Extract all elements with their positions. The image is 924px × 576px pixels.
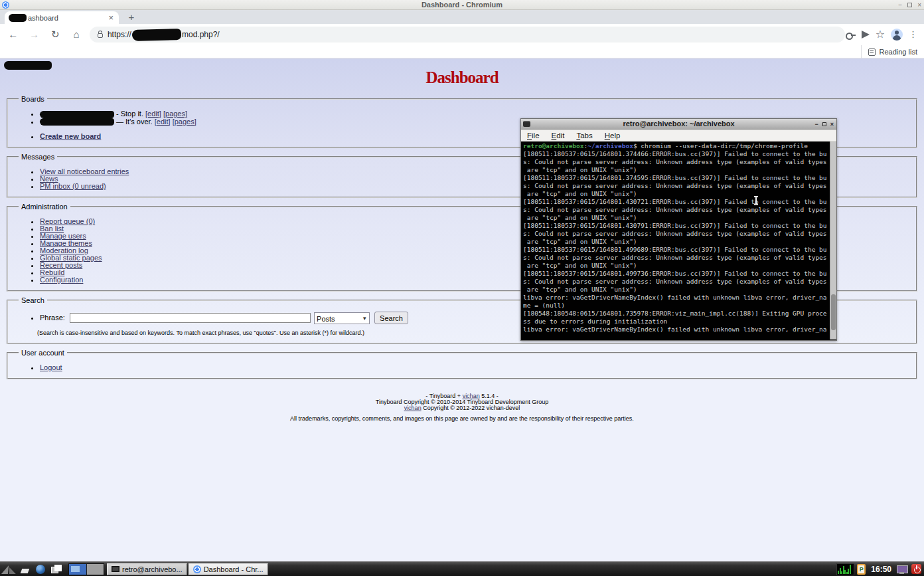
back-icon[interactable]: ← (5, 27, 21, 43)
web-browser-launcher-icon[interactable] (36, 565, 45, 574)
terminal-output-line: are "tcp" and on UNIX "unix") (523, 286, 828, 294)
profile-avatar-icon[interactable] (891, 29, 903, 41)
terminal-output-line: libva error: vaGetDriverNameByIndex() fa… (523, 294, 828, 302)
windows-icon[interactable] (51, 565, 62, 573)
terminal-output-line: s: Could not parse server address: Unkno… (523, 254, 828, 262)
board-edit-link[interactable]: [edit] (145, 110, 161, 118)
board-edit-link[interactable]: [edit] (155, 118, 171, 126)
forward-icon[interactable]: → (27, 27, 42, 43)
taskbar-clock: 16:50 (871, 565, 891, 574)
terminal-output-line: are "tcp" and on UNIX "unix") (523, 166, 828, 174)
window-titlebar: Dashboard - Chromium − × (0, 0, 924, 10)
redacted-site-name (4, 61, 52, 70)
terminal-app-icon (523, 121, 530, 127)
browser-toolbar: ← → ↻ ⌂ https:// mod.php?/ ☆ ⋮ (0, 24, 924, 45)
chromium-window-icon (2, 1, 9, 9)
redacted-board-name (40, 118, 114, 126)
terminal-output-line: libva error: vaGetDriverNameByIndex() fa… (523, 326, 828, 334)
terminal-window[interactable]: retro@archivebox: ~/archivebox − × FileE… (520, 118, 837, 341)
window-close-button[interactable]: × (917, 2, 921, 9)
terminal-output-line: are "tcp" and on UNIX "unix") (523, 214, 828, 222)
window-title: Dashboard - Chromium (0, 0, 924, 10)
redacted-board-name (40, 111, 114, 118)
terminal-output-line: s: Could not parse server address: Unkno… (523, 158, 828, 166)
taskbar: retro@archivebo... Dashboard - Chr... P … (0, 561, 924, 576)
board-pages-link[interactable]: [pages] (163, 110, 187, 118)
terminal-output-line: s: Could not parse server address: Unkno… (523, 278, 828, 286)
redacted-url-host (132, 29, 181, 41)
url-scheme: https:// (108, 30, 131, 39)
search-scope-value: Posts (317, 315, 335, 323)
terminal-close-button[interactable]: × (830, 122, 834, 128)
browser-tab-dashboard[interactable]: ashboard × (5, 11, 119, 24)
terminal-titlebar[interactable]: retro@archivebox: ~/archivebox − × (521, 119, 836, 130)
terminal-output-line: are "tcp" and on UNIX "unix") (523, 238, 828, 246)
terminal-output-line: [180511:180537:0615/164801.499736:ERROR:… (523, 270, 828, 278)
admin-link[interactable]: Configuration (40, 276, 83, 284)
chevron-down-icon: ▼ (362, 314, 367, 324)
workspace-2[interactable] (86, 564, 104, 575)
terminal-content[interactable]: retro@archivebox:~/archivebox$ chromium … (521, 142, 836, 339)
search-button[interactable]: Search (374, 312, 408, 324)
terminal-output-line: ss due to errors during initialization (523, 318, 828, 326)
user-account-section: User account Logout (7, 349, 917, 379)
window-minimize-button[interactable]: − (898, 2, 902, 9)
reading-list-button[interactable]: Reading list (861, 45, 917, 58)
terminal-output-line: [180511:180537:0615/164801.430791:ERROR:… (523, 222, 828, 230)
messages-legend: Messages (19, 153, 57, 161)
reload-icon[interactable]: ↻ (47, 27, 63, 43)
power-button-icon[interactable] (911, 564, 921, 574)
address-bar[interactable]: https:// mod.php?/ (90, 27, 845, 43)
search-scope-select[interactable]: Posts ▼ (314, 312, 370, 324)
terminal-menu-item[interactable]: Edit (546, 132, 571, 140)
show-desktop-icon[interactable] (21, 569, 30, 573)
terminal-menu-item[interactable]: Tabs (570, 132, 598, 140)
reading-list-label: Reading list (880, 48, 917, 56)
terminal-output-line: s: Could not parse server address: Unkno… (523, 182, 828, 190)
new-tab-button[interactable]: + (123, 11, 139, 24)
terminal-menu-item[interactable]: File (521, 132, 546, 140)
bookmark-star-icon[interactable]: ☆ (876, 29, 885, 40)
vichan-link[interactable]: vichan (404, 405, 422, 411)
terminal-prompt-line: retro@archivebox:~/archivebox$ chromium … (523, 142, 828, 150)
logout-link[interactable]: Logout (40, 363, 62, 371)
message-link[interactable]: PM inbox (0 unread) (40, 182, 106, 190)
phrase-label: Phrase: (40, 314, 65, 322)
terminal-scrollbar[interactable] (830, 142, 836, 339)
page-title: Dashboard (0, 68, 924, 87)
window-maximize-button[interactable] (907, 3, 912, 7)
clipboard-manager-icon[interactable]: P (857, 564, 866, 575)
terminal-task-icon (112, 566, 119, 572)
terminal-scrollbar-thumb[interactable] (831, 294, 836, 330)
menu-kebab-icon[interactable]: ⋮ (909, 29, 917, 40)
boards-legend: Boards (19, 95, 47, 103)
search-phrase-input[interactable] (70, 313, 311, 323)
workspace-pager[interactable] (68, 563, 104, 575)
cpu-monitor-graph[interactable] (836, 563, 854, 575)
footer-disclaimer: All trademarks, copyrights, comments, an… (0, 416, 924, 422)
tab-close-icon[interactable]: × (107, 13, 115, 22)
terminal-output-line: [180511:180537:0615/164801.430721:ERROR:… (523, 198, 828, 206)
reading-list-icon (868, 48, 876, 56)
chromium-task-icon (193, 565, 201, 573)
password-key-icon[interactable] (845, 29, 856, 40)
administration-legend: Administration (19, 203, 70, 211)
terminal-menu-item[interactable]: Help (599, 132, 627, 140)
footer-vichan-copyright: vichan Copyright © 2012-2022 vichan-deve… (0, 405, 924, 411)
taskbar-task-terminal[interactable]: retro@archivebo... (107, 563, 187, 575)
lock-icon[interactable] (98, 33, 103, 38)
terminal-output-line: me = (null) (523, 302, 828, 310)
home-icon[interactable]: ⌂ (68, 27, 84, 43)
send-icon[interactable] (862, 31, 870, 39)
board-pages-link[interactable]: [pages] (173, 118, 196, 126)
terminal-output-line: [180548:180548:0615/164801.735978:ERROR:… (523, 310, 828, 318)
task-label: Dashboard - Chr... (204, 565, 264, 573)
taskbar-menu-logo-icon[interactable] (2, 564, 15, 575)
workspace-1-active[interactable] (69, 564, 86, 575)
taskbar-task-chromium[interactable]: Dashboard - Chr... (189, 563, 268, 575)
terminal-maximize-button[interactable] (822, 122, 826, 126)
logout-item: Logout (40, 364, 909, 371)
create-new-board-link[interactable]: Create new board (40, 132, 101, 140)
lock-screen-icon[interactable] (897, 565, 907, 574)
terminal-minimize-button[interactable]: − (814, 122, 818, 128)
